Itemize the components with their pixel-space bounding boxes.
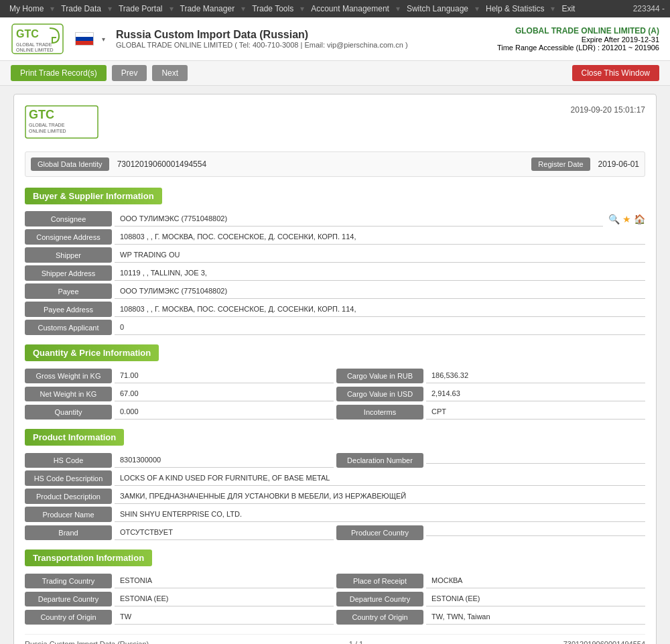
producer-name-row: Producer Name SHIN SHYU ENTERPRISE CO, L… (25, 507, 645, 522)
country-of-origin-label: Country of Origin (25, 610, 112, 625)
departure-country2-value: ESTONIA (EE) (426, 591, 645, 606)
hs-code-col: HS Code 8301300000 (25, 452, 334, 468)
producer-country-value (426, 529, 645, 536)
close-window-button[interactable]: Close This Window (572, 65, 659, 81)
top-navigation: My Home ▾ Trade Data ▾ Trade Portal ▾ Tr… (0, 0, 670, 17)
company-logo: GTC GLOBAL TRADE ONLINE LIMITED (11, 23, 64, 55)
expire-date: Expire After 2019-12-31 (497, 36, 659, 44)
product-desc-row: Product Description ЗАМКИ, ПРЕДНАЗНАЧЕНН… (25, 489, 645, 504)
country-of-origin2-label: Country of Origin (336, 610, 423, 625)
search-icon[interactable]: 🔍 (608, 214, 620, 224)
gross-weight-label: Gross Weight in KG (25, 369, 112, 383)
card-footer-right: 73012019060001494554 (563, 640, 645, 644)
nav-links: My Home ▾ Trade Data ▾ Trade Portal ▾ Tr… (5, 3, 579, 15)
trading-country-value: ESTONIA (115, 573, 334, 588)
customs-applicant-label: Customs Applicant (25, 320, 112, 335)
net-weight-label: Net Weight in KG (25, 387, 112, 401)
global-data-identity-label: Global Data Identity (31, 157, 109, 171)
page-header: GTC GLOBAL TRADE ONLINE LIMITED ▾ Russia… (0, 17, 670, 61)
svg-text:GLOBAL TRADE: GLOBAL TRADE (16, 42, 52, 47)
producer-name-label: Producer Name (25, 507, 112, 522)
consignee-address-value: 108803 , , Г. МОСКВА, ПОС. СОСЕНСКОЕ, Д.… (115, 229, 645, 245)
quantity-price-section: Quantity & Price Information Gross Weigh… (25, 344, 645, 420)
record-card: GTC GLOBAL TRADE ONLINE LIMITED 2019-09-… (13, 94, 657, 644)
product-desc-value: ЗАМКИ, ПРЕДНАЗНАЧЕННЫЕ ДЛЯ УСТАНОВКИ В М… (115, 489, 645, 504)
home-icon[interactable]: 🏠 (634, 214, 645, 224)
consignee-value: ООО ТУЛИМЭКС (7751048802) (115, 211, 603, 227)
hs-desc-value: LOCKS OF A KIND USED FOR FURNITURE, OF B… (115, 470, 645, 486)
nav-account-management[interactable]: Account Management (307, 3, 393, 15)
nav-exit[interactable]: Exit (557, 3, 579, 15)
hs-desc-row: HS Code Description LOCKS OF A KIND USED… (25, 470, 645, 486)
nav-trade-portal[interactable]: Trade Portal (115, 3, 167, 15)
nav-help-statistics[interactable]: Help & Statistics (482, 3, 548, 15)
nav-my-home[interactable]: My Home (5, 3, 48, 15)
consignee-row: Consignee ООО ТУЛИМЭКС (7751048802) 🔍 ★ … (25, 211, 645, 227)
card-footer-left: Russia Custom Import Data (Russian) (25, 640, 149, 644)
payee-row: Payee ООО ТУЛИМЭКС (7751048802) (25, 283, 645, 299)
brand-value: ОТСУТСТВУЕТ (115, 525, 334, 540)
shipper-row: Shipper WP TRADING OU (25, 247, 645, 263)
net-weight-value: 67.00 (115, 386, 334, 401)
net-weight-row: Net Weight in KG 67.00 Cargo Value in US… (25, 386, 645, 401)
card-footer-center: 1 / 1 (349, 640, 363, 644)
consignee-address-label: Consignee Address (25, 229, 112, 245)
print-record-button[interactable]: Print Trade Record(s) (11, 65, 107, 81)
page-title-block: Russia Custom Import Data (Russian) GLOB… (116, 29, 408, 49)
global-data-identity-value: 73012019060001494554 (117, 159, 524, 169)
brand-producer-country-row: Brand ОТСУТСТВУЕТ Producer Country (25, 525, 645, 540)
top-toolbar: Print Trade Record(s) Prev Next Close Th… (0, 61, 670, 86)
departure-country2-col: Departure Country ESTONIA (EE) (336, 591, 645, 606)
consignee-address-row: Consignee Address 108803 , , Г. МОСКВА, … (25, 229, 645, 245)
header-account-info: GLOBAL TRADE ONLINE LIMITED (A) Expire A… (497, 26, 659, 52)
cargo-usd-value: 2,914.63 (426, 386, 645, 401)
departure-country-label: Departure Country (25, 592, 112, 606)
flag-dropdown-icon[interactable]: ▾ (102, 36, 105, 43)
net-weight-col: Net Weight in KG 67.00 (25, 386, 334, 401)
star-icon[interactable]: ★ (622, 214, 631, 224)
departure-country-col: Departure Country ESTONIA (EE) (25, 591, 334, 606)
place-of-receipt-value: МОСКВА (426, 573, 645, 588)
gross-weight-col: Gross Weight in KG 71.00 (25, 368, 334, 383)
brand-label: Brand (25, 525, 112, 540)
brand-col: Brand ОТСУТСТВУЕТ (25, 525, 334, 540)
buyer-supplier-title: Buyer & Supplier Information (25, 188, 162, 204)
hs-code-label: HS Code (25, 453, 112, 468)
nav-trade-data[interactable]: Trade Data (57, 3, 105, 15)
incoterms-label: Incoterms (336, 405, 423, 420)
country-of-origin-col: Country of Origin TW (25, 609, 334, 625)
transportation-title: Transportation Information (25, 550, 152, 566)
cargo-usd-col: Cargo Value in USD 2,914.63 (336, 386, 645, 401)
next-button[interactable]: Next (152, 65, 188, 81)
svg-text:GTC: GTC (16, 28, 39, 40)
declaration-number-value (426, 456, 645, 464)
incoterms-col: Incoterms CPT (336, 404, 645, 420)
nav-trade-manager[interactable]: Trade Manager (176, 3, 239, 15)
transportation-section: Transportation Information Trading Count… (25, 550, 645, 625)
prev-button[interactable]: Prev (112, 65, 147, 81)
declaration-number-col: Declaration Number (336, 452, 645, 468)
payee-value: ООО ТУЛИМЭКС (7751048802) (115, 283, 645, 299)
identity-row: Global Data Identity 7301201906000149455… (25, 151, 645, 177)
incoterms-value: CPT (426, 404, 645, 420)
register-date-value: 2019-06-01 (598, 159, 639, 169)
producer-country-label: Producer Country (336, 525, 423, 540)
shipper-address-value: 10119 , , TALLINN, JOE 3, (115, 265, 645, 281)
nav-trade-tools[interactable]: Trade Tools (248, 3, 297, 15)
payee-address-row: Payee Address 108803 , , Г. МОСКВА, ПОС.… (25, 302, 645, 317)
consignee-icons: 🔍 ★ 🏠 (606, 211, 645, 227)
nav-switch-language[interactable]: Switch Language (403, 3, 472, 15)
trading-country-col: Trading Country ESTONIA (25, 573, 334, 588)
hs-code-value: 8301300000 (115, 452, 334, 468)
departure-country2-label: Departure Country (336, 592, 423, 606)
customs-applicant-value: 0 (115, 320, 645, 335)
country-of-origin2-col: Country of Origin TW, TWN, Taiwan (336, 609, 645, 625)
quantity-col: Quantity 0.000 (25, 404, 334, 420)
page-title: Russia Custom Import Data (Russian) (116, 29, 408, 41)
shipper-address-row: Shipper Address 10119 , , TALLINN, JOE 3… (25, 265, 645, 281)
payee-label: Payee (25, 283, 112, 299)
customs-applicant-row: Customs Applicant 0 (25, 320, 645, 335)
account-number: 223344 - (633, 4, 665, 13)
cargo-rub-value: 186,536.32 (426, 368, 645, 383)
hs-desc-label: HS Code Description (25, 470, 112, 486)
